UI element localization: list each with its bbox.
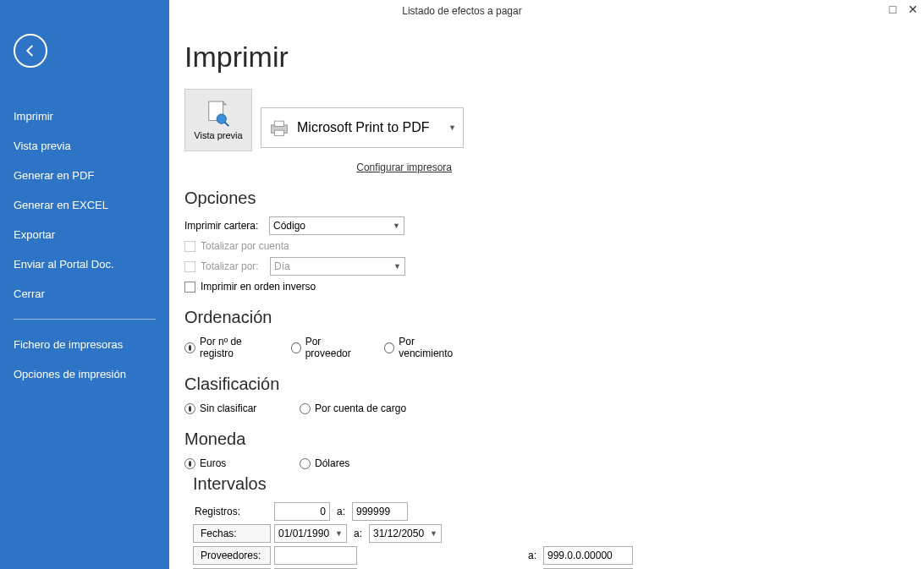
- radio-icon: [184, 458, 195, 469]
- registros-from-input[interactable]: [274, 502, 330, 521]
- printer-name: Microsoft Print to PDF: [297, 120, 429, 135]
- sidebar-item-fichero[interactable]: Fichero de impresoras: [0, 330, 169, 359]
- svg-line-2: [225, 122, 229, 126]
- fechas-from-value: 01/01/1990: [278, 528, 329, 539]
- proveedores-from-input[interactable]: [274, 546, 357, 565]
- sidebar: Imprimir Vista previa Generar en PDF Gen…: [0, 0, 169, 569]
- totalizar-cuenta-label: Totalizar por cuenta: [201, 240, 289, 252]
- sidebar-item-imprimir[interactable]: Imprimir: [0, 101, 169, 131]
- proveedores-button[interactable]: Proveedores:: [193, 546, 271, 565]
- chevron-down-icon: ▼: [393, 222, 400, 230]
- radio-icon: [184, 342, 195, 353]
- radio-icon: [184, 403, 195, 414]
- totalizar-por-value: Día: [274, 260, 290, 272]
- radio-euros[interactable]: Euros: [184, 457, 278, 469]
- radio-cuenta-cargo-label: Por cuenta de cargo: [315, 402, 406, 414]
- registros-to-input[interactable]: [352, 502, 408, 521]
- radio-por-proveedor-label: Por proveedor: [305, 336, 363, 359]
- radio-icon: [300, 403, 311, 414]
- totalizar-por-select: Día▼: [270, 257, 405, 276]
- radio-por-registro[interactable]: Por nº de registro: [184, 336, 269, 359]
- fechas-to-value: 31/12/2050: [373, 528, 424, 539]
- close-icon[interactable]: ✕: [907, 3, 919, 15]
- a-label: a:: [354, 528, 362, 539]
- sidebar-divider: [14, 319, 156, 320]
- totalizar-por-label: Totalizar por:: [201, 260, 270, 272]
- moneda-heading: Moneda: [184, 429, 464, 449]
- radio-dolares[interactable]: Dólares: [300, 457, 349, 469]
- fechas-from-select[interactable]: 01/01/1990▼: [274, 524, 347, 543]
- page-heading: Imprimir: [184, 41, 905, 74]
- registros-label: Registros:: [193, 506, 274, 517]
- radio-por-proveedor[interactable]: Por proveedor: [291, 336, 363, 359]
- preview-button-label: Vista previa: [194, 130, 242, 140]
- radio-por-registro-label: Por nº de registro: [200, 336, 269, 359]
- radio-cuenta-cargo[interactable]: Por cuenta de cargo: [300, 402, 406, 414]
- maximize-icon[interactable]: □: [887, 3, 899, 15]
- totalizar-cuenta-checkbox[interactable]: [184, 241, 195, 252]
- radio-icon: [291, 342, 301, 353]
- a-label: a:: [528, 550, 536, 561]
- a-label: a:: [337, 506, 345, 517]
- printer-icon: [268, 118, 290, 137]
- sidebar-item-pdf[interactable]: Generar en PDF: [0, 161, 169, 190]
- radio-icon: [300, 458, 311, 469]
- svg-rect-5: [275, 130, 284, 135]
- orden-inverso-label: Imprimir en orden inverso: [201, 281, 316, 293]
- radio-por-vencimiento[interactable]: Por vencimiento: [384, 336, 464, 359]
- sidebar-item-vista-previa[interactable]: Vista previa: [0, 131, 169, 161]
- radio-sin-clasificar-label: Sin clasificar: [200, 402, 256, 414]
- intervalos-heading: Intervalos: [193, 474, 633, 494]
- imprimir-cartera-select[interactable]: Código▼: [269, 216, 404, 235]
- configure-printer-link[interactable]: Configurar impresora: [184, 155, 457, 173]
- totalizar-por-checkbox[interactable]: [184, 261, 195, 272]
- sidebar-item-excel[interactable]: Generar en EXCEL: [0, 190, 169, 220]
- printer-select[interactable]: Microsoft Print to PDF ▼: [261, 107, 464, 148]
- chevron-down-icon: ▼: [430, 529, 437, 538]
- preview-button[interactable]: Vista previa: [184, 89, 252, 151]
- back-button[interactable]: [14, 34, 47, 68]
- document-magnify-icon: [206, 100, 231, 129]
- radio-sin-clasificar[interactable]: Sin clasificar: [184, 402, 278, 414]
- proveedores-to-input[interactable]: [543, 546, 633, 565]
- radio-dolares-label: Dólares: [315, 457, 349, 469]
- ordenacion-heading: Ordenación: [184, 308, 464, 327]
- fechas-button[interactable]: Fechas:: [193, 524, 271, 543]
- fechas-to-select[interactable]: 31/12/2050▼: [369, 524, 442, 543]
- opciones-heading: Opciones: [184, 189, 464, 208]
- svg-rect-4: [275, 121, 284, 126]
- sidebar-item-cerrar[interactable]: Cerrar: [0, 279, 169, 309]
- sidebar-item-opciones[interactable]: Opciones de impresión: [0, 359, 169, 389]
- radio-euros-label: Euros: [200, 457, 226, 469]
- imprimir-cartera-value: Código: [273, 220, 305, 232]
- chevron-down-icon: ▼: [393, 262, 401, 271]
- imprimir-cartera-label: Imprimir cartera:: [184, 220, 269, 232]
- chevron-down-icon: ▼: [448, 123, 456, 132]
- radio-por-vencimiento-label: Por vencimiento: [399, 336, 464, 359]
- arrow-left-icon: [23, 43, 38, 58]
- orden-inverso-checkbox[interactable]: [184, 282, 195, 293]
- clasificacion-heading: Clasificación: [184, 375, 464, 394]
- radio-icon: [384, 342, 394, 353]
- chevron-down-icon: ▼: [335, 529, 343, 538]
- sidebar-item-exportar[interactable]: Exportar: [0, 220, 169, 249]
- sidebar-item-portal[interactable]: Enviar al Portal Doc.: [0, 249, 169, 279]
